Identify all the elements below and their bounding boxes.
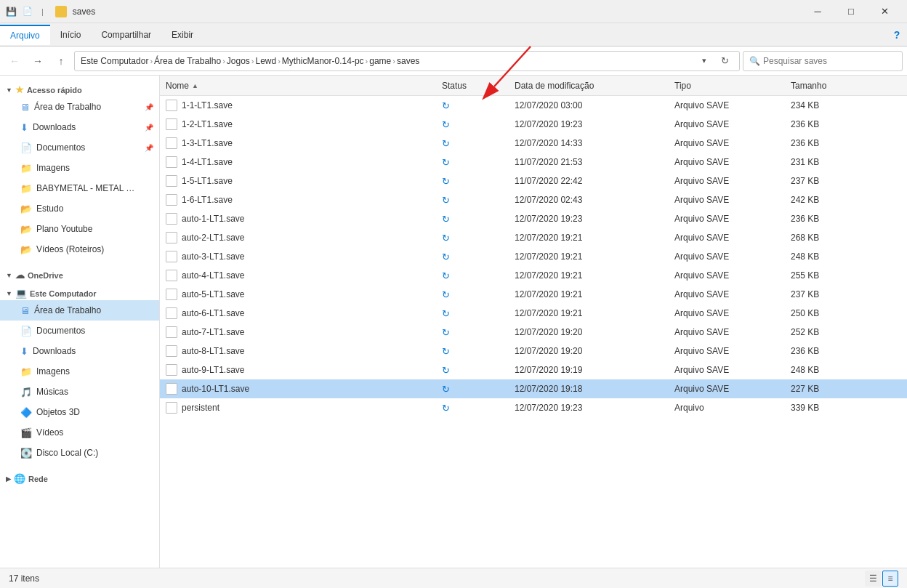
pin-icon: 📌 <box>145 103 153 111</box>
table-row[interactable]: 1-4-LT1.save↻11/07/2020 21:53Arquivo SAV… <box>160 153 907 172</box>
file-type-cell: Arquivo SAVE <box>674 289 791 299</box>
sidebar-item-videos-roteiros[interactable]: 📂 Vídeos (Roteiros) <box>0 239 159 259</box>
col-header-modified[interactable]: Data de modificação <box>515 76 674 95</box>
sidebar-item-desktop-quick[interactable]: 🖥 Área de Trabalho 📌 <box>0 97 159 117</box>
table-row[interactable]: auto-3-LT1.save↻12/07/2020 19:21Arquivo … <box>160 247 907 266</box>
table-row[interactable]: auto-8-LT1.save↻12/07/2020 19:20Arquivo … <box>160 342 907 361</box>
close-button[interactable]: ✕ <box>868 0 901 23</box>
breadcrumb-sep-1: › <box>150 57 153 65</box>
file-name-text: auto-4-LT1.save <box>182 270 245 281</box>
sidebar-label-documentos-quick: Documentos <box>36 142 85 153</box>
sync-icon: ↻ <box>442 365 450 376</box>
table-row[interactable]: auto-2-LT1.save↻12/07/2020 19:21Arquivo … <box>160 228 907 247</box>
table-row[interactable]: auto-6-LT1.save↻12/07/2020 19:21Arquivo … <box>160 304 907 323</box>
sidebar-section-pc[interactable]: ▼ 💻 Este Computador <box>0 282 159 300</box>
forward-button[interactable]: → <box>28 51 48 71</box>
breadcrumb-lewd[interactable]: Lewd <box>256 56 277 66</box>
sync-icon: ↻ <box>442 157 450 168</box>
window-controls: ─ □ ✕ <box>801 0 901 23</box>
search-input[interactable] <box>763 56 896 66</box>
sidebar-item-desktop-pc[interactable]: 🖥 Área de Trabalho <box>0 300 159 321</box>
table-row[interactable]: 1-1-LT1.save↻12/07/2020 03:00Arquivo SAV… <box>160 96 907 115</box>
sidebar-section-quick-access[interactable]: ▼ ★ Acesso rápido <box>0 78 159 97</box>
table-row[interactable]: auto-1-LT1.save↻12/07/2020 19:23Arquivo … <box>160 209 907 228</box>
col-header-size[interactable]: Tamanho <box>791 76 878 95</box>
sync-icon: ↻ <box>442 270 450 281</box>
table-row[interactable]: 1-6-LT1.save↻12/07/2020 02:43Arquivo SAV… <box>160 190 907 209</box>
sidebar: ▼ ★ Acesso rápido 🖥 Área de Trabalho 📌 ⬇… <box>0 76 160 568</box>
file-icon <box>166 364 177 376</box>
minimize-button[interactable]: ─ <box>801 0 834 23</box>
back-button[interactable]: ← <box>4 51 25 71</box>
sidebar-label-desktop-quick: Área de Trabalho <box>34 102 101 112</box>
breadcrumb-area-de-trabalho[interactable]: Área de Trabalho <box>154 56 221 66</box>
sidebar-item-videos-pc[interactable]: 🎬 Vídeos <box>0 422 159 443</box>
sidebar-item-documentos-pc[interactable]: 📄 Documentos <box>0 321 159 341</box>
file-type-cell: Arquivo SAVE <box>674 119 791 129</box>
file-status-cell: ↻ <box>442 384 515 395</box>
file-status-cell: ↻ <box>442 289 515 300</box>
sidebar-item-musicas[interactable]: 🎵 Músicas <box>0 382 159 402</box>
breadcrumb-mythicmanor[interactable]: MythicManor-0.14-pc <box>282 56 364 66</box>
table-row[interactable]: auto-4-LT1.save↻12/07/2020 19:21Arquivo … <box>160 266 907 285</box>
breadcrumb-saves[interactable]: saves <box>397 56 419 66</box>
table-row[interactable]: auto-9-LT1.save↻12/07/2020 19:19Arquivo … <box>160 361 907 379</box>
table-row[interactable]: 1-3-LT1.save↻12/07/2020 14:33Arquivo SAV… <box>160 134 907 153</box>
help-button[interactable]: ? <box>887 25 907 45</box>
table-row[interactable]: auto-10-LT1.save↻12/07/2020 19:18Arquivo… <box>160 379 907 398</box>
col-header-type[interactable]: Tipo <box>674 76 791 95</box>
sidebar-item-downloads-pc[interactable]: ⬇ Downloads <box>0 341 159 361</box>
breadcrumb-este-computador[interactable]: Este Computador <box>81 56 148 66</box>
file-modified-cell: 12/07/2020 19:19 <box>515 365 674 375</box>
sidebar-item-documentos-quick[interactable]: 📄 Documentos 📌 <box>0 137 159 158</box>
sync-icon: ↻ <box>442 119 450 130</box>
sidebar-item-downloads-quick[interactable]: ⬇ Downloads 📌 <box>0 117 159 137</box>
sidebar-item-imagens-quick[interactable]: 📁 Imagens <box>0 158 159 178</box>
breadcrumb-jogos[interactable]: Jogos <box>227 56 250 66</box>
file-name-text: 1-1-LT1.save <box>182 100 233 110</box>
file-name-text: auto-8-LT1.save <box>182 346 245 356</box>
sidebar-item-disco-local[interactable]: 💽 Disco Local (C:) <box>0 443 159 463</box>
table-row[interactable]: auto-7-LT1.save↻12/07/2020 19:20Arquivo … <box>160 323 907 342</box>
file-icon <box>166 194 177 206</box>
file-size-cell: 237 KB <box>791 289 878 299</box>
table-row[interactable]: 1-5-LT1.save↻11/07/2020 22:42Arquivo SAV… <box>160 172 907 190</box>
maximize-button[interactable]: □ <box>834 0 868 23</box>
list-view-button[interactable]: ☰ <box>865 571 881 587</box>
estudo-icon: 📂 <box>20 204 32 214</box>
tab-compartilhar[interactable]: Compartilhar <box>91 25 161 44</box>
address-bar[interactable]: Este Computador › Área de Trabalho › Jog… <box>74 51 740 71</box>
table-row[interactable]: persistent↻12/07/2020 19:23Arquivo339 KB <box>160 398 907 417</box>
col-header-name[interactable]: Nome ▲ <box>166 76 442 95</box>
sidebar-section-rede[interactable]: ▶ 🌐 Rede <box>0 467 159 486</box>
sidebar-item-imagens-pc[interactable]: 📁 Imagens <box>0 361 159 382</box>
sidebar-item-plano-youtube[interactable]: 📂 Plano Youtube <box>0 219 159 239</box>
file-modified-cell: 12/07/2020 19:21 <box>515 270 674 281</box>
file-status-cell: ↻ <box>442 176 515 187</box>
table-row[interactable]: 1-2-LT1.save↻12/07/2020 19:23Arquivo SAV… <box>160 115 907 134</box>
desktop-icon: 🖥 <box>20 102 30 113</box>
tab-arquivo[interactable]: Arquivo <box>0 25 50 45</box>
file-name-text: auto-9-LT1.save <box>182 365 245 375</box>
sidebar-item-babymetal[interactable]: 📁 BABYMETAL - METAL GALAXY <box>0 178 159 198</box>
details-view-button[interactable]: ≡ <box>882 571 898 587</box>
table-row[interactable]: auto-5-LT1.save↻12/07/2020 19:21Arquivo … <box>160 285 907 304</box>
col-status-label: Status <box>442 81 467 91</box>
toolbar-separator: | <box>41 7 44 16</box>
search-bar[interactable]: 🔍 <box>743 51 903 71</box>
up-button[interactable]: ↑ <box>51 51 71 71</box>
sidebar-section-onedrive[interactable]: ▼ ☁ OneDrive <box>0 264 159 282</box>
onedrive-label: OneDrive <box>28 271 63 280</box>
sidebar-item-objetos3d[interactable]: 🔷 Objetos 3D <box>0 402 159 422</box>
address-dropdown-button[interactable]: ▾ <box>696 52 713 70</box>
tab-exibir[interactable]: Exibir <box>161 25 203 44</box>
sidebar-item-estudo[interactable]: 📂 Estudo <box>0 198 159 219</box>
col-header-status[interactable]: Status <box>442 76 515 95</box>
file-type-cell: Arquivo SAVE <box>674 365 791 375</box>
window-icon <box>55 6 67 17</box>
file-type-cell: Arquivo SAVE <box>674 176 791 186</box>
breadcrumb-game[interactable]: game <box>369 56 391 66</box>
refresh-button[interactable]: ↻ <box>716 52 733 70</box>
sync-icon: ↻ <box>442 403 450 414</box>
tab-inicio[interactable]: Início <box>50 25 92 44</box>
